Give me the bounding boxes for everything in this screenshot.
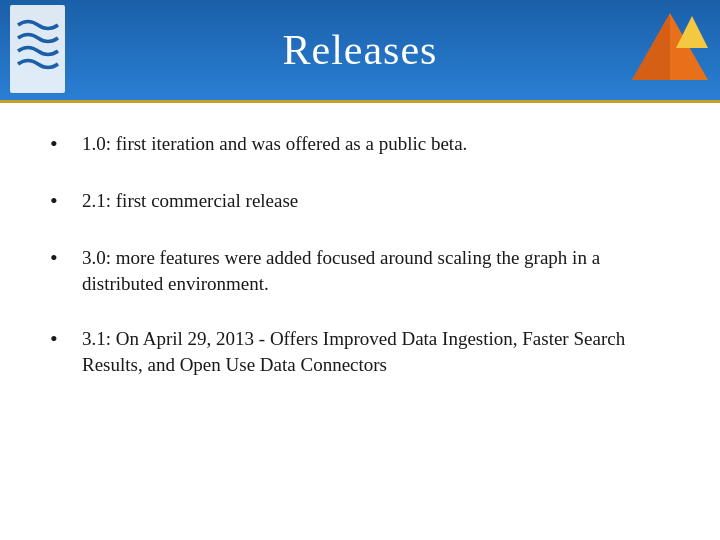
- bullet-item-2: • 2.1: first commercial release: [50, 188, 670, 217]
- slide-title: Releases: [283, 26, 438, 74]
- bullet-text-4: 3.1: On April 29, 2013 - Offers Improved…: [82, 326, 670, 379]
- pyramid-decoration-icon: [630, 8, 710, 88]
- svg-marker-2: [676, 16, 708, 48]
- bullet-dot-3: •: [50, 243, 74, 274]
- bullet-item-1: • 1.0: first iteration and was offered a…: [50, 131, 670, 160]
- bullet-item-3: • 3.0: more features were added focused …: [50, 245, 670, 298]
- slide-header: Releases: [0, 0, 720, 100]
- bullet-text-3: 3.0: more features were added focused ar…: [82, 245, 670, 298]
- slide: Releases • 1.0: first iteration and was …: [0, 0, 720, 540]
- bullet-dot-4: •: [50, 324, 74, 355]
- bullet-dot-2: •: [50, 186, 74, 217]
- slide-content: • 1.0: first iteration and was offered a…: [0, 103, 720, 427]
- bullet-dot-1: •: [50, 129, 74, 160]
- bullet-text-2: 2.1: first commercial release: [82, 188, 670, 215]
- svg-marker-3: [632, 13, 670, 80]
- bullet-text-1: 1.0: first iteration and was offered as …: [82, 131, 670, 158]
- bullet-item-4: • 3.1: On April 29, 2013 - Offers Improv…: [50, 326, 670, 379]
- wave-decoration-icon: [0, 0, 80, 100]
